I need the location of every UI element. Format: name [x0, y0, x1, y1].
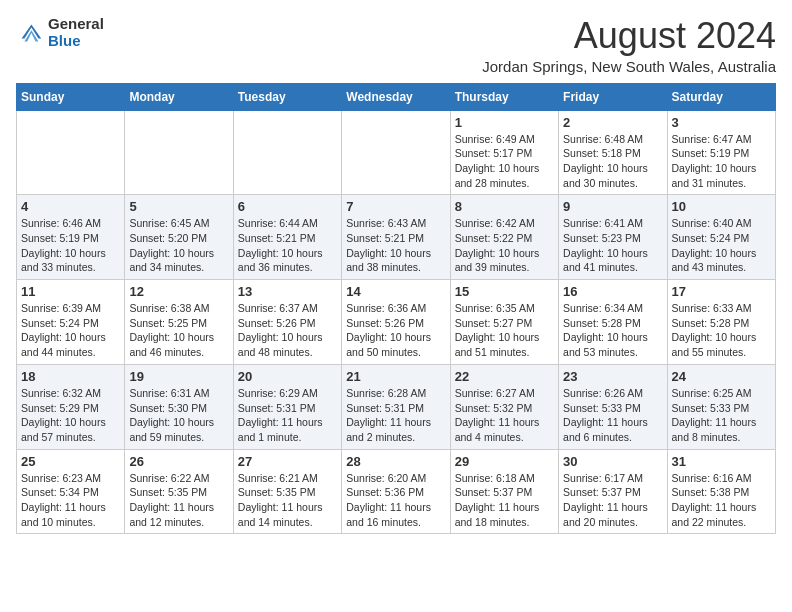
day-info: Sunrise: 6:41 AM Sunset: 5:23 PM Dayligh… [563, 216, 662, 275]
calendar-cell: 27Sunrise: 6:21 AM Sunset: 5:35 PM Dayli… [233, 449, 341, 534]
day-number: 15 [455, 284, 554, 299]
day-number: 1 [455, 115, 554, 130]
day-number: 24 [672, 369, 771, 384]
day-number: 22 [455, 369, 554, 384]
calendar-week: 1Sunrise: 6:49 AM Sunset: 5:17 PM Daylig… [17, 110, 776, 195]
main-title: August 2024 [482, 16, 776, 56]
day-info: Sunrise: 6:18 AM Sunset: 5:37 PM Dayligh… [455, 471, 554, 530]
calendar-cell: 14Sunrise: 6:36 AM Sunset: 5:26 PM Dayli… [342, 280, 450, 365]
calendar-cell: 9Sunrise: 6:41 AM Sunset: 5:23 PM Daylig… [559, 195, 667, 280]
day-number: 12 [129, 284, 228, 299]
day-number: 23 [563, 369, 662, 384]
day-info: Sunrise: 6:38 AM Sunset: 5:25 PM Dayligh… [129, 301, 228, 360]
calendar-table: SundayMondayTuesdayWednesdayThursdayFrid… [16, 83, 776, 535]
day-number: 4 [21, 199, 120, 214]
day-info: Sunrise: 6:48 AM Sunset: 5:18 PM Dayligh… [563, 132, 662, 191]
calendar-cell: 28Sunrise: 6:20 AM Sunset: 5:36 PM Dayli… [342, 449, 450, 534]
title-block: August 2024 Jordan Springs, New South Wa… [482, 16, 776, 75]
day-info: Sunrise: 6:40 AM Sunset: 5:24 PM Dayligh… [672, 216, 771, 275]
header-day: Monday [125, 83, 233, 110]
day-number: 16 [563, 284, 662, 299]
calendar-cell [342, 110, 450, 195]
calendar-cell: 24Sunrise: 6:25 AM Sunset: 5:33 PM Dayli… [667, 364, 775, 449]
subtitle: Jordan Springs, New South Wales, Austral… [482, 58, 776, 75]
day-info: Sunrise: 6:31 AM Sunset: 5:30 PM Dayligh… [129, 386, 228, 445]
day-number: 2 [563, 115, 662, 130]
day-info: Sunrise: 6:26 AM Sunset: 5:33 PM Dayligh… [563, 386, 662, 445]
day-info: Sunrise: 6:34 AM Sunset: 5:28 PM Dayligh… [563, 301, 662, 360]
day-number: 27 [238, 454, 337, 469]
day-info: Sunrise: 6:20 AM Sunset: 5:36 PM Dayligh… [346, 471, 445, 530]
calendar-week: 25Sunrise: 6:23 AM Sunset: 5:34 PM Dayli… [17, 449, 776, 534]
calendar-cell: 30Sunrise: 6:17 AM Sunset: 5:37 PM Dayli… [559, 449, 667, 534]
day-number: 8 [455, 199, 554, 214]
day-info: Sunrise: 6:45 AM Sunset: 5:20 PM Dayligh… [129, 216, 228, 275]
header-row: SundayMondayTuesdayWednesdayThursdayFrid… [17, 83, 776, 110]
day-number: 25 [21, 454, 120, 469]
header-day: Tuesday [233, 83, 341, 110]
calendar-week: 4Sunrise: 6:46 AM Sunset: 5:19 PM Daylig… [17, 195, 776, 280]
day-number: 13 [238, 284, 337, 299]
calendar-cell [233, 110, 341, 195]
header-day: Saturday [667, 83, 775, 110]
day-number: 26 [129, 454, 228, 469]
day-number: 14 [346, 284, 445, 299]
day-info: Sunrise: 6:36 AM Sunset: 5:26 PM Dayligh… [346, 301, 445, 360]
header-day: Sunday [17, 83, 125, 110]
day-info: Sunrise: 6:25 AM Sunset: 5:33 PM Dayligh… [672, 386, 771, 445]
day-info: Sunrise: 6:49 AM Sunset: 5:17 PM Dayligh… [455, 132, 554, 191]
day-number: 11 [21, 284, 120, 299]
calendar-header: SundayMondayTuesdayWednesdayThursdayFrid… [17, 83, 776, 110]
day-number: 30 [563, 454, 662, 469]
calendar-cell: 25Sunrise: 6:23 AM Sunset: 5:34 PM Dayli… [17, 449, 125, 534]
calendar-cell: 8Sunrise: 6:42 AM Sunset: 5:22 PM Daylig… [450, 195, 558, 280]
day-info: Sunrise: 6:37 AM Sunset: 5:26 PM Dayligh… [238, 301, 337, 360]
day-number: 9 [563, 199, 662, 214]
day-info: Sunrise: 6:44 AM Sunset: 5:21 PM Dayligh… [238, 216, 337, 275]
calendar-cell: 19Sunrise: 6:31 AM Sunset: 5:30 PM Dayli… [125, 364, 233, 449]
calendar-week: 11Sunrise: 6:39 AM Sunset: 5:24 PM Dayli… [17, 280, 776, 365]
calendar-cell: 1Sunrise: 6:49 AM Sunset: 5:17 PM Daylig… [450, 110, 558, 195]
day-info: Sunrise: 6:16 AM Sunset: 5:38 PM Dayligh… [672, 471, 771, 530]
calendar-cell: 21Sunrise: 6:28 AM Sunset: 5:31 PM Dayli… [342, 364, 450, 449]
calendar-cell: 6Sunrise: 6:44 AM Sunset: 5:21 PM Daylig… [233, 195, 341, 280]
day-number: 10 [672, 199, 771, 214]
day-info: Sunrise: 6:22 AM Sunset: 5:35 PM Dayligh… [129, 471, 228, 530]
calendar-cell: 12Sunrise: 6:38 AM Sunset: 5:25 PM Dayli… [125, 280, 233, 365]
logo-icon [16, 19, 44, 47]
calendar-cell: 18Sunrise: 6:32 AM Sunset: 5:29 PM Dayli… [17, 364, 125, 449]
calendar-cell: 13Sunrise: 6:37 AM Sunset: 5:26 PM Dayli… [233, 280, 341, 365]
header-day: Wednesday [342, 83, 450, 110]
day-info: Sunrise: 6:32 AM Sunset: 5:29 PM Dayligh… [21, 386, 120, 445]
page-header: General Blue August 2024 Jordan Springs,… [16, 16, 776, 75]
day-info: Sunrise: 6:43 AM Sunset: 5:21 PM Dayligh… [346, 216, 445, 275]
calendar-body: 1Sunrise: 6:49 AM Sunset: 5:17 PM Daylig… [17, 110, 776, 534]
day-number: 3 [672, 115, 771, 130]
logo-text: General Blue [48, 16, 104, 49]
day-info: Sunrise: 6:21 AM Sunset: 5:35 PM Dayligh… [238, 471, 337, 530]
day-info: Sunrise: 6:29 AM Sunset: 5:31 PM Dayligh… [238, 386, 337, 445]
calendar-week: 18Sunrise: 6:32 AM Sunset: 5:29 PM Dayli… [17, 364, 776, 449]
calendar-cell: 15Sunrise: 6:35 AM Sunset: 5:27 PM Dayli… [450, 280, 558, 365]
calendar-cell [17, 110, 125, 195]
calendar-cell: 5Sunrise: 6:45 AM Sunset: 5:20 PM Daylig… [125, 195, 233, 280]
day-info: Sunrise: 6:47 AM Sunset: 5:19 PM Dayligh… [672, 132, 771, 191]
day-number: 5 [129, 199, 228, 214]
logo-blue: Blue [48, 33, 104, 50]
calendar-cell: 4Sunrise: 6:46 AM Sunset: 5:19 PM Daylig… [17, 195, 125, 280]
calendar-cell: 26Sunrise: 6:22 AM Sunset: 5:35 PM Dayli… [125, 449, 233, 534]
header-day: Thursday [450, 83, 558, 110]
day-number: 20 [238, 369, 337, 384]
day-info: Sunrise: 6:17 AM Sunset: 5:37 PM Dayligh… [563, 471, 662, 530]
calendar-cell: 3Sunrise: 6:47 AM Sunset: 5:19 PM Daylig… [667, 110, 775, 195]
calendar-cell: 20Sunrise: 6:29 AM Sunset: 5:31 PM Dayli… [233, 364, 341, 449]
day-number: 19 [129, 369, 228, 384]
calendar-cell: 10Sunrise: 6:40 AM Sunset: 5:24 PM Dayli… [667, 195, 775, 280]
day-number: 17 [672, 284, 771, 299]
day-number: 31 [672, 454, 771, 469]
calendar-cell: 2Sunrise: 6:48 AM Sunset: 5:18 PM Daylig… [559, 110, 667, 195]
calendar-cell: 17Sunrise: 6:33 AM Sunset: 5:28 PM Dayli… [667, 280, 775, 365]
logo-general: General [48, 16, 104, 33]
day-number: 28 [346, 454, 445, 469]
day-info: Sunrise: 6:46 AM Sunset: 5:19 PM Dayligh… [21, 216, 120, 275]
